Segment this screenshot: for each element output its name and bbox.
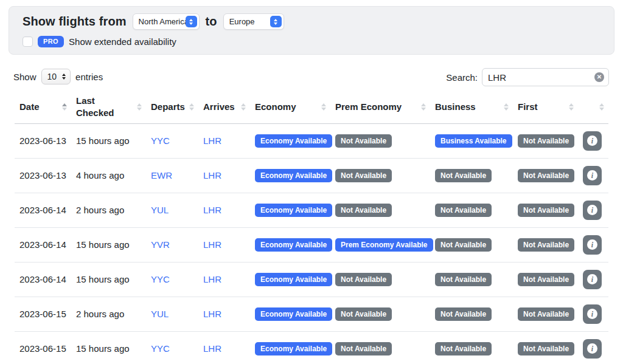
info-button[interactable]: i — [583, 201, 602, 220]
show-label: Show — [13, 72, 37, 82]
table-header-row: Date Last Checked Departs Arrives Econom… — [15, 91, 608, 123]
departs-link[interactable]: YYC — [151, 343, 170, 354]
arrives-link[interactable]: LHR — [203, 274, 221, 284]
business-badge: Not Available — [435, 342, 492, 355]
last-checked-cell: 15 hours ago — [71, 123, 146, 158]
date-cell: 2023-06-13 — [15, 158, 71, 193]
departs-link[interactable]: YUL — [151, 205, 169, 215]
business-badge: Business Available — [435, 134, 512, 148]
date-cell: 2023-06-14 — [15, 193, 71, 227]
arrives-link[interactable]: LHR — [203, 170, 221, 180]
table-search: Search: ✕ — [446, 68, 609, 86]
sort-icon — [321, 103, 326, 111]
info-icon: i — [587, 239, 597, 250]
extended-availability-checkbox[interactable] — [23, 36, 33, 47]
column-header-departs[interactable]: Departs — [146, 91, 198, 123]
economy-badge: Economy Available — [255, 238, 332, 252]
info-icon: i — [587, 343, 597, 354]
info-button[interactable]: i — [583, 339, 602, 359]
table-row: 2023-06-15 2 hours ago YUL LHR Economy A… — [15, 297, 608, 331]
chevron-up-down-icon — [270, 16, 282, 27]
business-badge: Not Available — [435, 273, 492, 286]
last-checked-cell: 2 hours ago — [71, 297, 146, 331]
column-header-business[interactable]: Business — [430, 91, 513, 123]
departs-link[interactable]: YUL — [151, 309, 169, 319]
economy-badge: Economy Available — [255, 342, 332, 355]
origin-region-value: North America — [139, 17, 189, 26]
departs-link[interactable]: YYC — [151, 274, 170, 284]
table-row: 2023-06-14 15 hours ago YYC LHR Economy … — [15, 262, 608, 297]
clear-search-icon[interactable]: ✕ — [594, 72, 604, 82]
economy-badge: Economy Available — [255, 307, 332, 321]
last-checked-cell: 4 hours ago — [71, 158, 146, 193]
economy-badge: Economy Available — [255, 169, 332, 182]
to-label: to — [206, 15, 217, 29]
entries-value: 10 — [47, 72, 57, 81]
departs-link[interactable]: YYC — [151, 136, 170, 146]
info-button[interactable]: i — [583, 235, 602, 255]
prem-economy-badge: Not Available — [335, 273, 392, 286]
up-down-arrows-icon — [62, 74, 66, 80]
table-row: 2023-06-14 2 hours ago YUL LHR Economy A… — [15, 193, 608, 227]
info-button[interactable]: i — [583, 270, 602, 289]
destination-region-value: Europe — [229, 17, 255, 26]
first-badge: Not Available — [518, 134, 574, 148]
flight-filter-panel: Show flights from North America to Europ… — [9, 6, 614, 55]
pro-badge: PRO — [38, 36, 64, 47]
entries-select[interactable]: 10 — [41, 69, 71, 84]
column-header-first[interactable]: First — [513, 91, 578, 123]
last-checked-cell: 15 hours ago — [71, 262, 146, 297]
origin-region-select[interactable]: North America — [133, 13, 200, 30]
date-cell: 2023-06-14 — [15, 262, 71, 297]
last-checked-cell: 2 hours ago — [71, 193, 146, 227]
departs-link[interactable]: YVR — [151, 239, 170, 250]
arrives-link[interactable]: LHR — [203, 136, 221, 146]
info-icon: i — [587, 170, 597, 180]
arrives-link[interactable]: LHR — [203, 343, 221, 354]
sort-icon — [241, 103, 246, 111]
date-cell: 2023-06-15 — [15, 331, 71, 364]
table-row: 2023-06-15 15 hours ago YYC LHR Economy … — [15, 331, 608, 364]
search-label: Search: — [446, 72, 478, 83]
info-button[interactable]: i — [583, 131, 602, 151]
first-badge: Not Available — [518, 204, 574, 217]
business-badge: Not Available — [435, 238, 492, 252]
column-header-prem-economy[interactable]: Prem Economy — [330, 91, 430, 123]
sort-icon — [189, 103, 194, 111]
economy-badge: Economy Available — [255, 134, 332, 148]
chevron-up-down-icon — [186, 16, 197, 27]
table-row: 2023-06-13 4 hours ago EWR LHR Economy A… — [15, 158, 608, 193]
sort-icon — [137, 103, 142, 111]
column-header-date[interactable]: Date — [15, 91, 71, 123]
column-header-arrives[interactable]: Arrives — [198, 91, 250, 123]
prem-economy-badge: Not Available — [335, 134, 392, 148]
date-cell: 2023-06-14 — [15, 227, 71, 262]
first-badge: Not Available — [518, 169, 574, 182]
column-header-last-checked[interactable]: Last Checked — [71, 91, 146, 123]
column-header-actions[interactable] — [578, 91, 608, 123]
sort-icon — [504, 103, 509, 111]
departs-link[interactable]: EWR — [151, 170, 172, 180]
info-icon: i — [587, 136, 597, 146]
business-badge: Not Available — [435, 169, 492, 182]
destination-region-select[interactable]: Europe — [223, 13, 284, 30]
arrives-link[interactable]: LHR — [203, 205, 221, 215]
entries-label: entries — [75, 72, 103, 82]
business-badge: Not Available — [435, 204, 492, 217]
search-input[interactable] — [482, 68, 609, 86]
prem-economy-badge: Prem Economy Available — [335, 238, 433, 252]
info-icon: i — [587, 205, 597, 215]
flights-table-body: 2023-06-13 15 hours ago YYC LHR Economy … — [15, 123, 608, 364]
prem-economy-badge: Not Available — [335, 307, 392, 321]
info-icon: i — [587, 309, 597, 319]
arrives-link[interactable]: LHR — [203, 239, 221, 250]
extended-availability-label: Show extended availability — [69, 36, 176, 47]
prem-economy-badge: Not Available — [335, 169, 392, 182]
column-header-economy[interactable]: Economy — [250, 91, 330, 123]
economy-badge: Economy Available — [255, 273, 332, 286]
arrives-link[interactable]: LHR — [203, 309, 221, 319]
last-checked-cell: 15 hours ago — [71, 227, 146, 262]
sort-icon — [421, 103, 426, 111]
info-button[interactable]: i — [583, 304, 602, 324]
info-button[interactable]: i — [583, 166, 602, 185]
